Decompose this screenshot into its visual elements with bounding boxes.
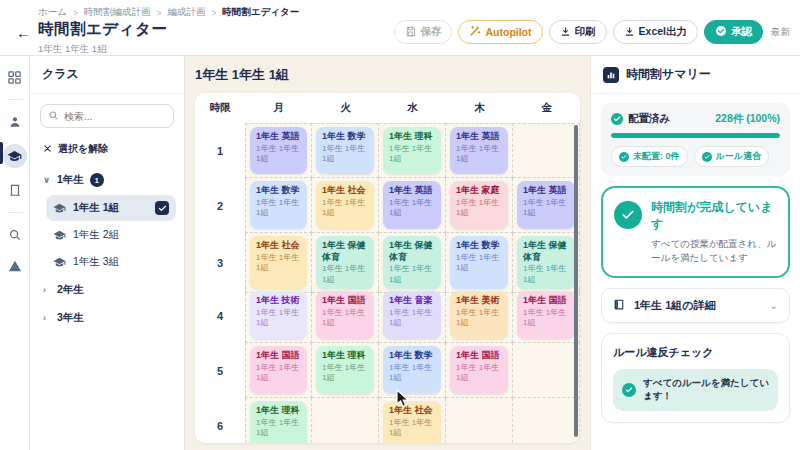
clear-selection-button[interactable]: 選択を解除 [30, 138, 184, 164]
timetable-cell[interactable]: 1年生 理科1年生 1年生 1組 [312, 343, 379, 398]
lesson-chip-science[interactable]: 1年生 理科1年生 1年生 1組 [316, 346, 374, 394]
lesson-chip-math[interactable]: 1年生 数学1年生 1年生 1組 [316, 127, 374, 174]
timetable-cell[interactable]: 1年生 英語1年生 1年生 1組 [513, 178, 580, 233]
details-label: 1年生 1組の詳細 [634, 298, 716, 313]
timetable-cell[interactable]: 1年生 国語1年生 1年生 1組 [446, 343, 513, 398]
timetable-cell[interactable]: 1年生 数学1年生 1年生 1組 [312, 123, 379, 178]
timetable-cell[interactable]: 1年生 理科1年生 1年生 1組 [245, 398, 312, 443]
lesson-chip-english[interactable]: 1年生 英語1年生 1年生 1組 [383, 181, 441, 229]
timetable-cell[interactable]: 1年生 保健体育1年生 1年生 1組 [513, 233, 580, 293]
print-button[interactable]: 印刷 [549, 20, 607, 44]
dashboard-grid-icon[interactable] [6, 68, 24, 86]
completion-title: 時間割が完成しています [651, 199, 777, 233]
period-number: 4 [195, 288, 245, 343]
tree-item-class[interactable]: 1年生 1組 [46, 195, 176, 221]
save-button[interactable]: 保存 [394, 20, 452, 44]
lesson-chip-math[interactable]: 1年生 数学1年生 1年生 1組 [383, 346, 441, 394]
timetable-cell[interactable]: 1年生 国語1年生 1年生 1組 [513, 288, 580, 343]
lesson-chip-japanese[interactable]: 1年生 国語1年生 1年生 1組 [450, 346, 508, 394]
timetable-cell[interactable]: 1年生 音楽1年生 1年生 1組 [379, 288, 446, 343]
excel-export-button[interactable]: Excel出力 [613, 20, 698, 44]
lesson-chip-tech[interactable]: 1年生 技術1年生 1年生 1組 [250, 291, 307, 339]
lesson-chip-science[interactable]: 1年生 理科1年生 1年生 1組 [250, 401, 307, 443]
tree-group[interactable]: ›2年生 [36, 276, 178, 304]
back-button[interactable]: ← [16, 24, 31, 41]
rule-check-card: ルール違反チェック すべてのルールを満たしています！ [601, 333, 790, 423]
lesson-chip-pe[interactable]: 1年生 保健体育1年生 1年生 1組 [517, 236, 575, 289]
tree-group[interactable]: ∨1年生1 [36, 166, 178, 194]
timetable-cell[interactable]: 1年生 保健体育1年生 1年生 1組 [312, 233, 379, 293]
check-circle-icon [611, 113, 623, 125]
search-input[interactable] [64, 111, 166, 122]
lesson-chip-english[interactable]: 1年生 英語1年生 1年生 1組 [450, 127, 508, 174]
day-header: 金 [513, 93, 580, 123]
breadcrumb-separator: > [211, 8, 216, 18]
breadcrumb-item[interactable]: 編成計画 [167, 6, 205, 19]
timetable-cell[interactable]: 1年生 保健体育1年生 1年生 1組 [379, 233, 446, 293]
timetable-cell[interactable]: 1年生 数学1年生 1年生 1組 [379, 343, 446, 398]
warning-triangle-icon[interactable] [6, 257, 24, 275]
timetable-cell[interactable] [513, 398, 580, 443]
lesson-chip-social[interactable]: 1年生 社会1年生 1年生 1組 [316, 181, 374, 229]
lesson-chip-social[interactable]: 1年生 社会1年生 1年生 1組 [250, 236, 307, 289]
timetable-cell[interactable]: 1年生 美術1年生 1年生 1組 [446, 288, 513, 343]
rail-divider [7, 212, 23, 213]
day-header: 火 [312, 93, 379, 123]
breadcrumb-item[interactable]: 時間割エディター [222, 6, 299, 19]
autopilot-button[interactable]: Autopilot [458, 20, 542, 44]
timetable-cell[interactable] [312, 398, 379, 443]
lesson-chip-science[interactable]: 1年生 理科1年生 1年生 1組 [383, 127, 441, 174]
timetable-cell[interactable]: 1年生 数学1年生 1年生 1組 [245, 178, 312, 233]
class-search[interactable] [40, 104, 174, 128]
lesson-chip-math[interactable]: 1年生 数学1年生 1年生 1組 [250, 181, 307, 229]
timetable-cell[interactable]: 1年生 国語1年生 1年生 1組 [312, 288, 379, 343]
tree-item-class[interactable]: 1年生 3組 [46, 249, 176, 275]
timetable-row: 31年生 社会1年生 1年生 1組1年生 保健体育1年生 1年生 1組1年生 保… [195, 233, 580, 288]
lesson-chip-pe[interactable]: 1年生 保健体育1年生 1年生 1組 [316, 236, 374, 289]
lesson-chip-social[interactable]: 1年生 社会1年生 1年生 1組 [383, 401, 441, 443]
timetable-cell[interactable]: 1年生 数学1年生 1年生 1組 [446, 233, 513, 293]
timetable-cell[interactable]: 1年生 社会1年生 1年生 1組 [245, 233, 312, 293]
lesson-chip-japanese[interactable]: 1年生 国語1年生 1年生 1組 [250, 346, 307, 394]
tree-item-class[interactable]: 1年生 2組 [46, 222, 176, 248]
period-number: 3 [195, 233, 245, 293]
breadcrumb-item[interactable]: ホーム [38, 6, 67, 19]
breadcrumb-item[interactable]: 時間割編成計画 [84, 6, 151, 19]
lesson-chip-pe[interactable]: 1年生 保健体育1年生 1年生 1組 [383, 236, 441, 289]
timetable-cell[interactable]: 1年生 理科1年生 1年生 1組 [379, 123, 446, 178]
search-rail-icon[interactable] [6, 226, 24, 244]
lesson-chip-math[interactable]: 1年生 数学1年生 1年生 1組 [450, 236, 508, 289]
lesson-chip-art[interactable]: 1年生 美術1年生 1年生 1組 [450, 291, 508, 339]
lesson-chip-english[interactable]: 1年生 英語1年生 1年生 1組 [517, 181, 575, 229]
timetable-cell[interactable]: 1年生 家庭1年生 1年生 1組 [446, 178, 513, 233]
lesson-chip-home_ec[interactable]: 1年生 家庭1年生 1年生 1組 [450, 181, 508, 229]
checkbox-checked[interactable] [155, 201, 169, 215]
class-icon [53, 202, 66, 215]
timetable-cell[interactable]: 1年生 技術1年生 1年生 1組 [245, 288, 312, 343]
vertical-scrollbar[interactable] [574, 125, 578, 437]
search-icon [48, 110, 59, 123]
lesson-chip-japanese[interactable]: 1年生 国語1年生 1年生 1組 [517, 291, 575, 339]
lesson-chip-english[interactable]: 1年生 英語1年生 1年生 1組 [250, 127, 307, 174]
day-header: 木 [446, 93, 513, 123]
timetable-cell[interactable]: 1年生 英語1年生 1年生 1組 [379, 178, 446, 233]
timetable-cell[interactable]: 1年生 英語1年生 1年生 1組 [245, 123, 312, 178]
tree-group[interactable]: ›3年生 [36, 304, 178, 332]
room-door-icon[interactable] [6, 181, 24, 199]
lesson-chip-music[interactable]: 1年生 音楽1年生 1年生 1組 [383, 291, 441, 339]
timetable-cell[interactable]: 1年生 社会1年生 1年生 1組 [312, 178, 379, 233]
lesson-chip-japanese[interactable]: 1年生 国語1年生 1年生 1組 [316, 291, 374, 339]
tree-group-label: 2年生 [57, 283, 84, 297]
timetable-cell[interactable]: 1年生 社会1年生 1年生 1組 [379, 398, 446, 443]
teacher-person-icon[interactable] [6, 113, 24, 131]
timetable-cell[interactable]: 1年生 国語1年生 1年生 1組 [245, 343, 312, 398]
approve-button[interactable]: 承認 [704, 20, 763, 44]
timetable-cell[interactable]: 1年生 英語1年生 1年生 1組 [446, 123, 513, 178]
placed-value: 228件 (100%) [715, 112, 780, 126]
timetable-cell[interactable] [513, 343, 580, 398]
timetable-cell[interactable] [446, 398, 513, 443]
period-number: 6 [195, 398, 245, 443]
class-details-expander[interactable]: 1年生 1組の詳細 ⌄ [601, 288, 790, 323]
class-graduation-icon[interactable] [3, 144, 27, 168]
timetable-cell[interactable] [513, 123, 580, 178]
